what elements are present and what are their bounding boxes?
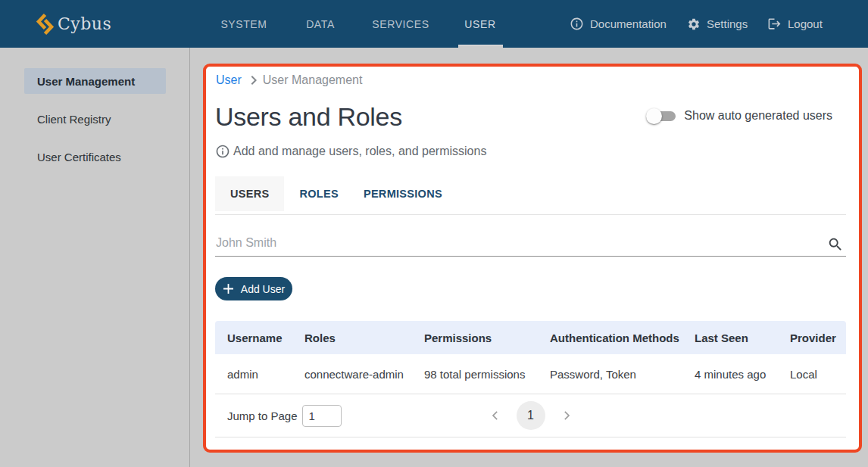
page-number: 1 [527, 409, 534, 422]
documentation-label: Documentation [590, 17, 667, 30]
gear-icon [687, 17, 701, 31]
nav-item-system[interactable]: SYSTEM [217, 0, 270, 48]
add-user-label: Add User [241, 283, 285, 295]
column-header-provider: Provider [778, 332, 846, 344]
toggle-label: Show auto generated users [684, 109, 832, 123]
brand[interactable]: Cybus [36, 0, 111, 48]
sidebar-item-client-registry[interactable]: Client Registry [24, 106, 166, 132]
page-subtitle-row: Add and manage users, roles, and permiss… [215, 144, 846, 159]
jump-to-page-input[interactable] [302, 405, 342, 427]
nav-item-label: USER [464, 18, 495, 30]
pagination: 1 [489, 401, 573, 430]
tab-label: PERMISSIONS [364, 188, 442, 200]
content-card: User User Management Users and Roles Sho… [203, 64, 862, 453]
cell-auth-methods: Password, Token [538, 368, 682, 381]
column-header-last-seen: Last Seen [682, 332, 778, 344]
chevron-left-icon [489, 409, 502, 422]
column-header-permissions: Permissions [412, 332, 538, 344]
cell-last-seen: 4 minutes ago [682, 368, 778, 381]
page-1-button[interactable]: 1 [517, 401, 545, 430]
tabs: USERS ROLES PERMISSIONS [215, 176, 846, 211]
info-outline-icon [215, 144, 230, 159]
breadcrumb-current: User Management [263, 73, 363, 87]
tab-label: USERS [230, 188, 269, 200]
tab-roles[interactable]: ROLES [284, 176, 353, 211]
cybus-logo-icon [36, 13, 55, 36]
documentation-button[interactable]: Documentation [570, 0, 667, 48]
sidebar-item-label: Client Registry [37, 113, 111, 126]
settings-label: Settings [707, 17, 748, 30]
sidebar: User Management Client Registry User Cer… [0, 48, 190, 467]
column-header-username: Username [215, 332, 292, 344]
cell-provider: Local [778, 368, 846, 381]
cell-permissions: 98 total permissions [412, 368, 538, 381]
brand-name: Cybus [58, 14, 111, 33]
nav-item-label: SYSTEM [220, 18, 267, 30]
users-table: Username Roles Permissions Authenticatio… [215, 321, 846, 437]
nav-item-data[interactable]: DATA [304, 0, 337, 48]
nav-item-label: SERVICES [372, 18, 429, 30]
search-button[interactable] [826, 235, 845, 254]
column-header-auth-methods: Authentication Methods [538, 332, 682, 344]
page-subtitle: Add and manage users, roles, and permiss… [233, 145, 486, 158]
next-page-button[interactable] [560, 409, 573, 422]
breadcrumb: User User Management [216, 74, 846, 86]
tab-users[interactable]: USERS [215, 176, 284, 211]
column-header-roles: Roles [292, 332, 412, 344]
search-icon [827, 236, 844, 253]
nav-item-label: DATA [306, 18, 335, 30]
toggle-thumb [646, 108, 662, 124]
chevron-right-icon [560, 409, 573, 422]
nav-item-user[interactable]: USER [464, 0, 497, 48]
tab-label: ROLES [299, 188, 338, 200]
active-nav-indicator [458, 45, 503, 48]
breadcrumb-chevron-icon [245, 71, 263, 89]
nav-item-services[interactable]: SERVICES [374, 0, 427, 48]
info-icon [570, 17, 584, 31]
cell-roles: connectware-admin [292, 368, 412, 381]
add-user-button[interactable]: Add User [215, 277, 292, 300]
sidebar-item-user-management[interactable]: User Management [24, 68, 166, 94]
sidebar-item-label: User Certificates [37, 151, 121, 163]
previous-page-button[interactable] [489, 409, 502, 422]
plus-icon [223, 283, 234, 294]
page-title: Users and Roles [215, 101, 402, 130]
cell-username: admin [215, 368, 292, 381]
logout-button[interactable]: Logout [767, 0, 823, 48]
sidebar-item-label: User Management [37, 75, 135, 88]
settings-button[interactable]: Settings [687, 0, 748, 48]
search-input[interactable] [215, 229, 846, 257]
tab-permissions[interactable]: PERMISSIONS [348, 176, 457, 211]
top-navbar: Cybus SYSTEM DATA SERVICES USER Document… [0, 0, 868, 48]
breadcrumb-link-user[interactable]: User [216, 73, 242, 87]
logout-label: Logout [788, 17, 823, 30]
table-row[interactable]: admin connectware-admin 98 total permiss… [215, 354, 846, 394]
sidebar-item-user-certificates[interactable]: User Certificates [24, 144, 166, 170]
table-header-row: Username Roles Permissions Authenticatio… [215, 321, 846, 354]
show-auto-generated-users-toggle[interactable] [648, 111, 676, 121]
jump-to-page-label: Jump to Page [227, 409, 298, 422]
logout-icon [767, 17, 782, 31]
table-footer: Jump to Page 1 [215, 394, 846, 437]
